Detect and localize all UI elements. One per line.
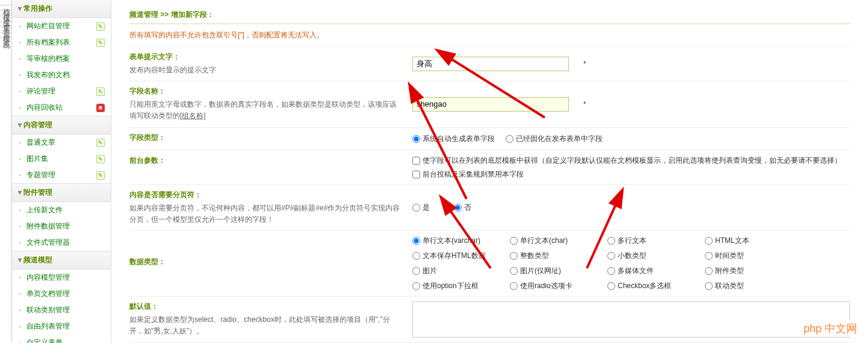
label-default-desc: 如果定义数据类型为select、radio、checkbox时，此处填写被选择的… bbox=[129, 314, 400, 337]
datatype-option[interactable]: 图片(仅网址) bbox=[510, 266, 600, 276]
datatype-option[interactable]: 使用radio选项卡 bbox=[510, 281, 600, 291]
frontparam-checkbox[interactable] bbox=[412, 157, 420, 165]
sidebar-item[interactable]: 文件式管理器 bbox=[12, 234, 111, 251]
label-prompt-title: 表单提示文字： bbox=[129, 52, 400, 62]
datatype-radio[interactable] bbox=[412, 282, 420, 290]
main-panel: 频道管理 >> 增加新字段： 所有填写的内容不允许包含双引号["]，否则配置将无… bbox=[111, 0, 868, 343]
datatype-option[interactable]: 小数类型 bbox=[607, 251, 698, 261]
datatype-radio[interactable] bbox=[510, 252, 518, 260]
datatype-option[interactable]: 多行文本 bbox=[607, 236, 698, 246]
datatype-radio[interactable] bbox=[412, 267, 420, 275]
sidebar-item[interactable]: 内容模型管理 bbox=[12, 269, 111, 286]
sidebar-item[interactable]: 联动类别管理 bbox=[12, 302, 111, 318]
sidebar-item[interactable]: 评论管理✎ bbox=[12, 83, 111, 99]
frontparam-option[interactable]: 使字段可以在列表的底层模板中获得（自定义字段默认仅能在文档模板显示，启用此选项将… bbox=[412, 156, 842, 166]
row-prompt-text: 表单提示文字： 发布内容时显示的提示文字 * bbox=[129, 47, 850, 81]
vert-tab[interactable]: 模块 bbox=[0, 5, 13, 11]
sidebar-item[interactable]: 专题管理✎ bbox=[12, 167, 111, 183]
sidebar-item[interactable]: 自由列表管理 bbox=[12, 318, 111, 335]
vert-tab[interactable]: 会员 bbox=[0, 22, 13, 27]
paginate-option[interactable]: 是 bbox=[412, 203, 430, 213]
delete-icon[interactable]: ✖ bbox=[96, 104, 105, 112]
datatype-radio[interactable] bbox=[607, 282, 615, 290]
sidebar-group-header[interactable]: 内容管理 bbox=[12, 116, 111, 134]
datatype-radio[interactable] bbox=[510, 282, 518, 290]
datatype-radio[interactable] bbox=[705, 267, 713, 275]
row-data-type: 数据类型： 单行文本(varchar) 单行文本(char) 多行文本 HTML… bbox=[129, 231, 850, 297]
datatype-radio[interactable] bbox=[412, 252, 420, 260]
edit-icon[interactable]: ✎ bbox=[96, 87, 105, 96]
datatype-option[interactable]: 使用option下拉框 bbox=[412, 281, 503, 291]
sidebar-item[interactable]: 单页文档管理 bbox=[12, 286, 111, 302]
sidebar-group-header[interactable]: 附件管理 bbox=[12, 184, 111, 202]
datatype-option[interactable]: 时间类型 bbox=[705, 251, 795, 261]
prompt-text-input[interactable] bbox=[412, 57, 569, 71]
row-field-type: 字段类型： 系统自动生成表单字段已经固化在发布表单中字段 bbox=[129, 128, 850, 151]
datatype-radio[interactable] bbox=[705, 252, 713, 260]
watermark: php 中文网 bbox=[799, 320, 862, 337]
sidebar-item[interactable]: 附件数据管理 bbox=[12, 218, 111, 234]
datatype-option[interactable]: 多媒体文件 bbox=[607, 266, 698, 276]
datatype-option[interactable]: 单行文本(varchar) bbox=[412, 236, 503, 246]
datatype-radio[interactable] bbox=[607, 252, 615, 260]
fieldtype-option[interactable]: 系统自动生成表单字段 bbox=[412, 134, 495, 144]
sidebar-group-header[interactable]: 常用操作 bbox=[12, 0, 111, 18]
datatype-radio[interactable] bbox=[412, 237, 420, 245]
label-paginate-desc: 如果内容需要分页符，不论何种内容，都可以用#P#副标题#e#作为分页符号实现内容… bbox=[129, 203, 400, 225]
edit-icon[interactable]: ✎ bbox=[96, 22, 105, 31]
default-value-textarea[interactable] bbox=[412, 301, 850, 338]
sidebar-item[interactable]: 普通文章✎ bbox=[12, 134, 111, 151]
frontparam-option[interactable]: 前台投稿及采集规则禁用本字段 bbox=[412, 169, 524, 180]
label-frontparams-title: 前台参数： bbox=[129, 156, 400, 166]
vert-tab[interactable]: 核心 bbox=[0, 0, 13, 5]
sidebar-item[interactable]: 内容回收站✖ bbox=[12, 99, 111, 116]
datatype-option[interactable]: 单行文本(char) bbox=[510, 236, 600, 246]
sidebar-item[interactable]: 我发布的文档 bbox=[12, 67, 111, 83]
datatype-option[interactable]: 联动类型 bbox=[705, 281, 795, 291]
frontparam-checkbox[interactable] bbox=[412, 171, 420, 178]
sidebar-item[interactable]: 等审核的档案 bbox=[12, 51, 111, 67]
datatype-radio[interactable] bbox=[705, 282, 713, 290]
vert-tab[interactable]: 生成 bbox=[0, 11, 13, 16]
label-prompt-desc: 发布内容时显示的提示文字 bbox=[129, 65, 400, 76]
sidebar-item[interactable]: 图片集✎ bbox=[12, 151, 111, 167]
datatype-radio[interactable] bbox=[705, 237, 713, 245]
edit-icon[interactable]: ✎ bbox=[96, 39, 105, 47]
breadcrumb: 频道管理 >> 增加新字段： bbox=[129, 6, 850, 24]
sidebar-item[interactable]: 网站栏目管理✎ bbox=[12, 18, 111, 34]
sidebar-item[interactable]: 上传新文件 bbox=[12, 202, 111, 218]
label-datatype-title: 数据类型： bbox=[129, 257, 166, 267]
datatype-option[interactable]: Checkbox多选框 bbox=[607, 281, 698, 291]
datatype-option[interactable]: HTML文本 bbox=[705, 236, 795, 246]
edit-icon[interactable]: ✎ bbox=[96, 139, 105, 147]
vertical-tabs: 核心模块生成采集会员模板系统 bbox=[0, 0, 12, 343]
paginate-option[interactable]: 否 bbox=[454, 203, 471, 213]
vert-tab[interactable]: 模板 bbox=[0, 27, 13, 33]
vert-tab[interactable]: 采集 bbox=[0, 16, 13, 22]
label-paginate-title: 内容是否需要分页符： bbox=[129, 190, 400, 200]
paginate-radio[interactable] bbox=[454, 204, 462, 212]
sidebar-group-header[interactable]: 频道模型 bbox=[12, 251, 111, 269]
datatype-radio[interactable] bbox=[510, 267, 518, 275]
paginate-radio[interactable] bbox=[412, 204, 420, 212]
sidebar-item[interactable]: 自定义表单 bbox=[12, 335, 111, 343]
datatype-radio[interactable] bbox=[607, 237, 615, 245]
warning-text: 所有填写的内容不允许包含双引号["]，否则配置将无法写入。 bbox=[129, 24, 850, 47]
datatype-option[interactable]: 文本保存HTML数据 bbox=[412, 251, 503, 261]
datatype-radio[interactable] bbox=[510, 237, 518, 245]
fieldtype-radio[interactable] bbox=[506, 135, 513, 143]
edit-icon[interactable]: ✎ bbox=[96, 155, 105, 163]
datatype-option[interactable]: 整数类型 bbox=[510, 251, 600, 261]
datatype-option[interactable]: 附件类型 bbox=[705, 266, 795, 276]
fieldtype-option[interactable]: 已经固化在发布表单中字段 bbox=[506, 134, 603, 144]
edit-icon[interactable]: ✎ bbox=[96, 171, 105, 180]
label-default-title: 默认值： bbox=[129, 301, 400, 312]
datatype-option[interactable]: 图片 bbox=[412, 266, 503, 276]
sidebar: 常用操作网站栏目管理✎所有档案列表✎等审核的档案我发布的文档评论管理✎内容回收站… bbox=[12, 0, 111, 343]
vert-tab[interactable]: 系统 bbox=[0, 33, 13, 38]
label-fieldname-title: 字段名称： bbox=[129, 86, 400, 96]
fieldtype-radio[interactable] bbox=[412, 135, 420, 143]
sidebar-item[interactable]: 所有档案列表✎ bbox=[12, 34, 111, 51]
datatype-radio[interactable] bbox=[607, 267, 615, 275]
field-name-input[interactable] bbox=[412, 97, 569, 112]
